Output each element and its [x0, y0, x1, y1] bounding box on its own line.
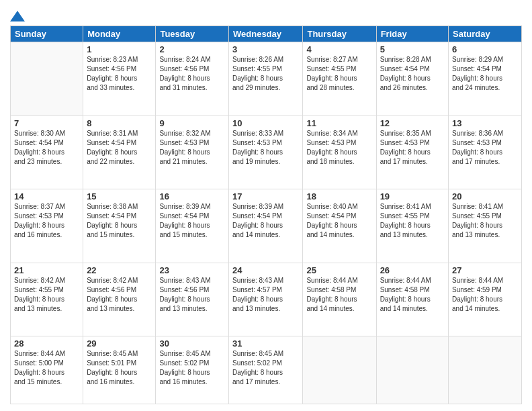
calendar-cell [303, 336, 376, 404]
calendar-cell [376, 336, 448, 404]
header-saturday: Saturday [449, 26, 522, 42]
day-info: Sunrise: 8:38 AMSunset: 4:54 PMDaylight:… [87, 202, 152, 240]
calendar-cell: 14Sunrise: 8:37 AMSunset: 4:53 PMDayligh… [11, 189, 83, 263]
calendar-cell: 19Sunrise: 8:41 AMSunset: 4:55 PMDayligh… [376, 189, 448, 263]
day-number: 25 [306, 265, 372, 275]
calendar-cell: 11Sunrise: 8:34 AMSunset: 4:53 PMDayligh… [303, 116, 376, 189]
day-info: Sunrise: 8:39 AMSunset: 4:54 PMDaylight:… [159, 202, 225, 240]
day-number: 11 [306, 118, 372, 128]
calendar-header-row: Sunday Monday Tuesday Wednesday Thursday… [11, 26, 522, 42]
day-number: 6 [452, 44, 518, 54]
calendar-cell [449, 336, 522, 404]
page-container: Sunday Monday Tuesday Wednesday Thursday… [0, 0, 532, 411]
day-number: 29 [87, 338, 152, 349]
day-number: 26 [380, 265, 445, 275]
calendar-cell: 18Sunrise: 8:40 AMSunset: 4:54 PMDayligh… [303, 189, 376, 263]
day-number: 4 [306, 44, 372, 54]
calendar-cell: 7Sunrise: 8:30 AMSunset: 4:54 PMDaylight… [11, 116, 83, 189]
calendar-cell: 4Sunrise: 8:27 AMSunset: 4:55 PMDaylight… [303, 42, 376, 116]
day-info: Sunrise: 8:37 AMSunset: 4:53 PMDaylight:… [14, 202, 79, 240]
day-number: 27 [452, 265, 518, 275]
day-number: 19 [380, 191, 445, 201]
calendar-cell: 21Sunrise: 8:42 AMSunset: 4:55 PMDayligh… [11, 263, 83, 336]
day-info: Sunrise: 8:23 AMSunset: 4:56 PMDaylight:… [87, 55, 152, 93]
day-info: Sunrise: 8:44 AMSunset: 5:00 PMDaylight:… [14, 349, 79, 387]
calendar-cell: 26Sunrise: 8:44 AMSunset: 4:58 PMDayligh… [376, 263, 448, 336]
day-info: Sunrise: 8:44 AMSunset: 4:58 PMDaylight:… [306, 276, 372, 314]
day-info: Sunrise: 8:43 AMSunset: 4:56 PMDaylight:… [159, 276, 225, 314]
calendar-cell: 29Sunrise: 8:45 AMSunset: 5:01 PMDayligh… [83, 336, 156, 404]
calendar-cell: 3Sunrise: 8:26 AMSunset: 4:55 PMDaylight… [229, 42, 303, 116]
day-number: 3 [232, 44, 299, 54]
calendar-cell: 31Sunrise: 8:45 AMSunset: 5:02 PMDayligh… [229, 336, 303, 404]
day-info: Sunrise: 8:44 AMSunset: 4:59 PMDaylight:… [452, 276, 518, 314]
day-number: 24 [232, 265, 299, 275]
day-number: 7 [14, 118, 79, 128]
calendar-cell: 25Sunrise: 8:44 AMSunset: 4:58 PMDayligh… [303, 263, 376, 336]
day-info: Sunrise: 8:32 AMSunset: 4:53 PMDaylight:… [159, 129, 225, 167]
day-info: Sunrise: 8:41 AMSunset: 4:55 PMDaylight:… [380, 202, 445, 240]
day-info: Sunrise: 8:29 AMSunset: 4:54 PMDaylight:… [452, 55, 518, 93]
header-monday: Monday [83, 26, 156, 42]
calendar-cell: 30Sunrise: 8:45 AMSunset: 5:02 PMDayligh… [156, 336, 229, 404]
day-number: 16 [159, 191, 225, 201]
day-number: 12 [380, 118, 445, 128]
day-info: Sunrise: 8:43 AMSunset: 4:57 PMDaylight:… [232, 276, 299, 314]
calendar-cell: 24Sunrise: 8:43 AMSunset: 4:57 PMDayligh… [229, 263, 303, 336]
logo [10, 7, 25, 21]
day-info: Sunrise: 8:30 AMSunset: 4:54 PMDaylight:… [14, 129, 79, 167]
calendar-cell: 22Sunrise: 8:42 AMSunset: 4:56 PMDayligh… [83, 263, 156, 336]
day-info: Sunrise: 8:28 AMSunset: 4:54 PMDaylight:… [380, 55, 445, 93]
calendar-cell: 28Sunrise: 8:44 AMSunset: 5:00 PMDayligh… [11, 336, 83, 404]
day-number: 30 [159, 338, 225, 349]
day-info: Sunrise: 8:42 AMSunset: 4:56 PMDaylight:… [87, 276, 152, 314]
header-wednesday: Wednesday [229, 26, 303, 42]
calendar-cell: 16Sunrise: 8:39 AMSunset: 4:54 PMDayligh… [156, 189, 229, 263]
header-sunday: Sunday [11, 26, 83, 42]
day-info: Sunrise: 8:33 AMSunset: 4:53 PMDaylight:… [232, 129, 299, 167]
calendar-table: Sunday Monday Tuesday Wednesday Thursday… [10, 26, 522, 404]
header-friday: Friday [376, 26, 448, 42]
header-thursday: Thursday [303, 26, 376, 42]
calendar-cell: 15Sunrise: 8:38 AMSunset: 4:54 PMDayligh… [83, 189, 156, 263]
day-number: 21 [14, 265, 79, 275]
calendar-cell: 8Sunrise: 8:31 AMSunset: 4:54 PMDaylight… [83, 116, 156, 189]
day-number: 1 [87, 44, 152, 54]
day-info: Sunrise: 8:45 AMSunset: 5:01 PMDaylight:… [87, 349, 152, 387]
calendar-cell: 23Sunrise: 8:43 AMSunset: 4:56 PMDayligh… [156, 263, 229, 336]
calendar-cell: 17Sunrise: 8:39 AMSunset: 4:54 PMDayligh… [229, 189, 303, 263]
header-tuesday: Tuesday [156, 26, 229, 42]
logo-icon [10, 9, 25, 21]
calendar-cell: 9Sunrise: 8:32 AMSunset: 4:53 PMDaylight… [156, 116, 229, 189]
calendar-cell: 5Sunrise: 8:28 AMSunset: 4:54 PMDaylight… [376, 42, 448, 116]
calendar-cell: 13Sunrise: 8:36 AMSunset: 4:53 PMDayligh… [449, 116, 522, 189]
day-number: 18 [306, 191, 372, 201]
calendar-cell: 27Sunrise: 8:44 AMSunset: 4:59 PMDayligh… [449, 263, 522, 336]
day-number: 5 [380, 44, 445, 54]
calendar-cell: 12Sunrise: 8:35 AMSunset: 4:53 PMDayligh… [376, 116, 448, 189]
day-info: Sunrise: 8:36 AMSunset: 4:53 PMDaylight:… [452, 129, 518, 167]
calendar-cell: 6Sunrise: 8:29 AMSunset: 4:54 PMDaylight… [449, 42, 522, 116]
day-number: 8 [87, 118, 152, 128]
day-number: 20 [452, 191, 518, 201]
day-number: 31 [232, 338, 299, 349]
day-info: Sunrise: 8:41 AMSunset: 4:55 PMDaylight:… [452, 202, 518, 240]
day-number: 28 [14, 338, 79, 349]
day-info: Sunrise: 8:27 AMSunset: 4:55 PMDaylight:… [306, 55, 372, 93]
day-number: 22 [87, 265, 152, 275]
day-info: Sunrise: 8:35 AMSunset: 4:53 PMDaylight:… [380, 129, 445, 167]
day-number: 14 [14, 191, 79, 201]
day-number: 9 [159, 118, 225, 128]
day-number: 13 [452, 118, 518, 128]
day-info: Sunrise: 8:40 AMSunset: 4:54 PMDaylight:… [306, 202, 372, 240]
day-number: 10 [232, 118, 299, 128]
calendar-cell: 10Sunrise: 8:33 AMSunset: 4:53 PMDayligh… [229, 116, 303, 189]
day-info: Sunrise: 8:34 AMSunset: 4:53 PMDaylight:… [306, 129, 372, 167]
svg-marker-0 [10, 11, 25, 21]
day-number: 2 [159, 44, 225, 54]
day-number: 23 [159, 265, 225, 275]
day-number: 17 [232, 191, 299, 201]
day-number: 15 [87, 191, 152, 201]
day-info: Sunrise: 8:24 AMSunset: 4:56 PMDaylight:… [159, 55, 225, 93]
calendar-cell [11, 42, 83, 116]
